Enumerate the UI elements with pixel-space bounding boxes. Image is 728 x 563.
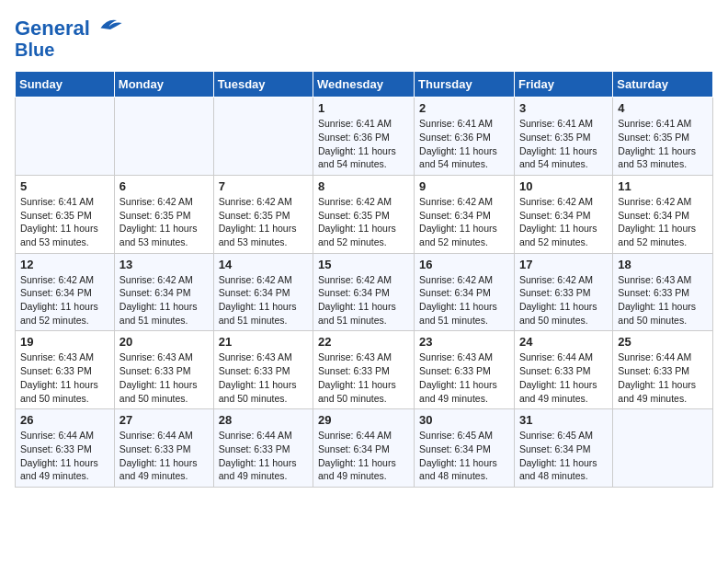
calendar-cell: 27Sunrise: 6:44 AMSunset: 6:33 PMDayligh…: [114, 409, 213, 488]
calendar-cell: 28Sunrise: 6:44 AMSunset: 6:33 PMDayligh…: [213, 409, 313, 488]
cell-sun-info: Sunrise: 6:45 AMSunset: 6:34 PMDaylight:…: [419, 429, 509, 483]
calendar-cell: 10Sunrise: 6:42 AMSunset: 6:34 PMDayligh…: [514, 175, 612, 253]
day-number: 25: [618, 335, 708, 349]
cell-sun-info: Sunrise: 6:41 AMSunset: 6:35 PMDaylight:…: [519, 117, 608, 171]
calendar-cell: 4Sunrise: 6:41 AMSunset: 6:35 PMDaylight…: [613, 98, 713, 176]
calendar-cell: 1Sunrise: 6:41 AMSunset: 6:36 PMDaylight…: [313, 98, 415, 176]
cell-sun-info: Sunrise: 6:42 AMSunset: 6:35 PMDaylight:…: [119, 195, 209, 249]
cell-sun-info: Sunrise: 6:44 AMSunset: 6:34 PMDaylight:…: [318, 429, 409, 483]
calendar-cell: 9Sunrise: 6:42 AMSunset: 6:34 PMDaylight…: [415, 175, 515, 253]
day-number: 17: [519, 258, 608, 271]
calendar-cell: [114, 98, 213, 176]
calendar-cell: 31Sunrise: 6:45 AMSunset: 6:34 PMDayligh…: [514, 409, 612, 488]
calendar-cell: 15Sunrise: 6:42 AMSunset: 6:34 PMDayligh…: [313, 253, 415, 331]
calendar-week-row: 1Sunrise: 6:41 AMSunset: 6:36 PMDaylight…: [16, 98, 713, 176]
day-number: 14: [219, 258, 308, 271]
day-number: 31: [519, 413, 608, 427]
day-number: 29: [318, 413, 409, 427]
day-number: 24: [519, 335, 608, 349]
calendar-table: SundayMondayTuesdayWednesdayThursdayFrid…: [15, 71, 713, 488]
cell-sun-info: Sunrise: 6:42 AMSunset: 6:33 PMDaylight:…: [519, 273, 608, 327]
calendar-cell: 25Sunrise: 6:44 AMSunset: 6:33 PMDayligh…: [613, 331, 713, 409]
cell-sun-info: Sunrise: 6:44 AMSunset: 6:33 PMDaylight:…: [219, 429, 308, 483]
calendar-cell: 22Sunrise: 6:43 AMSunset: 6:33 PMDayligh…: [313, 331, 415, 409]
day-number: 13: [119, 258, 209, 271]
day-number: 8: [318, 179, 409, 193]
day-number: 27: [119, 413, 209, 427]
day-number: 2: [419, 101, 509, 115]
day-number: 21: [219, 335, 308, 349]
cell-sun-info: Sunrise: 6:42 AMSunset: 6:34 PMDaylight:…: [219, 273, 308, 327]
day-number: 4: [618, 101, 708, 115]
calendar-cell: [613, 409, 713, 488]
calendar-cell: 24Sunrise: 6:44 AMSunset: 6:33 PMDayligh…: [514, 331, 612, 409]
day-number: 18: [618, 258, 708, 271]
cell-sun-info: Sunrise: 6:43 AMSunset: 6:33 PMDaylight:…: [318, 350, 409, 405]
day-number: 19: [20, 335, 109, 349]
calendar-cell: 14Sunrise: 6:42 AMSunset: 6:34 PMDayligh…: [213, 253, 313, 331]
cell-sun-info: Sunrise: 6:44 AMSunset: 6:33 PMDaylight:…: [119, 429, 209, 483]
weekday-header: Tuesday: [213, 72, 313, 98]
day-number: 6: [119, 179, 209, 193]
calendar-week-row: 26Sunrise: 6:44 AMSunset: 6:33 PMDayligh…: [16, 409, 713, 488]
day-number: 5: [20, 179, 109, 193]
cell-sun-info: Sunrise: 6:42 AMSunset: 6:34 PMDaylight:…: [20, 273, 109, 327]
cell-sun-info: Sunrise: 6:41 AMSunset: 6:36 PMDaylight:…: [318, 117, 409, 171]
day-number: 11: [618, 179, 708, 193]
calendar-cell: 16Sunrise: 6:42 AMSunset: 6:34 PMDayligh…: [415, 253, 515, 331]
calendar-week-row: 5Sunrise: 6:41 AMSunset: 6:35 PMDaylight…: [16, 175, 713, 253]
logo: General Blue: [15, 15, 123, 60]
cell-sun-info: Sunrise: 6:42 AMSunset: 6:35 PMDaylight:…: [219, 195, 308, 249]
cell-sun-info: Sunrise: 6:43 AMSunset: 6:33 PMDaylight:…: [119, 350, 209, 405]
calendar-cell: 18Sunrise: 6:43 AMSunset: 6:33 PMDayligh…: [613, 253, 713, 331]
logo-blue-text: Blue: [15, 40, 123, 60]
cell-sun-info: Sunrise: 6:42 AMSunset: 6:34 PMDaylight:…: [519, 195, 608, 249]
day-number: 22: [318, 335, 409, 349]
day-number: 10: [519, 179, 608, 193]
calendar-cell: 21Sunrise: 6:43 AMSunset: 6:33 PMDayligh…: [213, 331, 313, 409]
calendar-cell: 6Sunrise: 6:42 AMSunset: 6:35 PMDaylight…: [114, 175, 213, 253]
calendar-cell: [213, 98, 313, 176]
calendar-cell: 23Sunrise: 6:43 AMSunset: 6:33 PMDayligh…: [415, 331, 515, 409]
cell-sun-info: Sunrise: 6:43 AMSunset: 6:33 PMDaylight:…: [219, 350, 308, 405]
logo-bird-icon: [97, 15, 123, 35]
cell-sun-info: Sunrise: 6:42 AMSunset: 6:34 PMDaylight:…: [419, 195, 509, 249]
cell-sun-info: Sunrise: 6:44 AMSunset: 6:33 PMDaylight:…: [20, 429, 109, 483]
day-number: 16: [419, 258, 509, 271]
day-number: 3: [519, 101, 608, 115]
calendar-cell: 30Sunrise: 6:45 AMSunset: 6:34 PMDayligh…: [415, 409, 515, 488]
day-number: 15: [318, 258, 409, 271]
calendar-cell: 7Sunrise: 6:42 AMSunset: 6:35 PMDaylight…: [213, 175, 313, 253]
day-number: 28: [219, 413, 308, 427]
day-number: 26: [20, 413, 109, 427]
cell-sun-info: Sunrise: 6:41 AMSunset: 6:35 PMDaylight:…: [20, 195, 109, 249]
cell-sun-info: Sunrise: 6:44 AMSunset: 6:33 PMDaylight:…: [519, 350, 608, 405]
day-number: 23: [419, 335, 509, 349]
cell-sun-info: Sunrise: 6:45 AMSunset: 6:34 PMDaylight:…: [519, 429, 608, 483]
cell-sun-info: Sunrise: 6:43 AMSunset: 6:33 PMDaylight:…: [20, 350, 109, 405]
calendar-cell: 13Sunrise: 6:42 AMSunset: 6:34 PMDayligh…: [114, 253, 213, 331]
cell-sun-info: Sunrise: 6:42 AMSunset: 6:35 PMDaylight:…: [318, 195, 409, 249]
cell-sun-info: Sunrise: 6:42 AMSunset: 6:34 PMDaylight:…: [318, 273, 409, 327]
calendar-cell: 2Sunrise: 6:41 AMSunset: 6:36 PMDaylight…: [415, 98, 515, 176]
calendar-cell: 26Sunrise: 6:44 AMSunset: 6:33 PMDayligh…: [16, 409, 115, 488]
calendar-cell: 20Sunrise: 6:43 AMSunset: 6:33 PMDayligh…: [114, 331, 213, 409]
cell-sun-info: Sunrise: 6:42 AMSunset: 6:34 PMDaylight:…: [419, 273, 509, 327]
cell-sun-info: Sunrise: 6:42 AMSunset: 6:34 PMDaylight:…: [119, 273, 209, 327]
day-number: 30: [419, 413, 509, 427]
day-number: 7: [219, 179, 308, 193]
cell-sun-info: Sunrise: 6:44 AMSunset: 6:33 PMDaylight:…: [618, 350, 708, 405]
calendar-cell: 19Sunrise: 6:43 AMSunset: 6:33 PMDayligh…: [16, 331, 115, 409]
cell-sun-info: Sunrise: 6:42 AMSunset: 6:34 PMDaylight:…: [618, 195, 708, 249]
cell-sun-info: Sunrise: 6:41 AMSunset: 6:36 PMDaylight:…: [419, 117, 509, 171]
calendar-week-row: 19Sunrise: 6:43 AMSunset: 6:33 PMDayligh…: [16, 331, 713, 409]
calendar-cell: [16, 98, 115, 176]
day-number: 1: [318, 101, 409, 115]
cell-sun-info: Sunrise: 6:43 AMSunset: 6:33 PMDaylight:…: [618, 273, 708, 327]
weekday-header: Sunday: [16, 72, 115, 98]
calendar-cell: 8Sunrise: 6:42 AMSunset: 6:35 PMDaylight…: [313, 175, 415, 253]
calendar-cell: 17Sunrise: 6:42 AMSunset: 6:33 PMDayligh…: [514, 253, 612, 331]
weekday-header: Friday: [514, 72, 612, 98]
logo-text: General: [15, 15, 123, 40]
calendar-week-row: 12Sunrise: 6:42 AMSunset: 6:34 PMDayligh…: [16, 253, 713, 331]
